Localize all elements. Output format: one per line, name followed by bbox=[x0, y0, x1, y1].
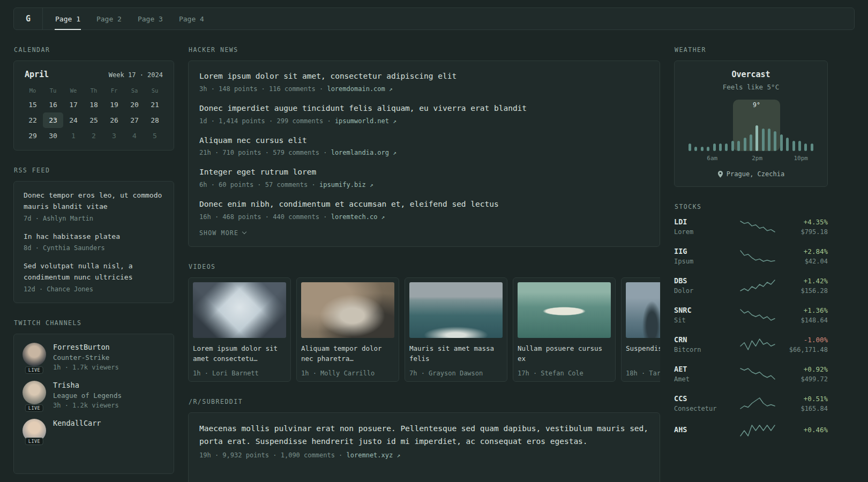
hn-item-domain[interactable]: loremtech.co ↗ bbox=[331, 213, 385, 221]
twitch-channel-name[interactable]: ForrestBurton bbox=[53, 343, 119, 351]
stock-symbol: LDI bbox=[674, 217, 735, 226]
twitch-channel-game: Counter-Strike bbox=[53, 353, 119, 362]
calendar-day: 19 bbox=[104, 97, 124, 112]
hn-item-title[interactable]: Lorem ipsum dolor sit amet, consectetur … bbox=[199, 71, 649, 82]
weather-heading: WEATHER bbox=[675, 46, 828, 54]
hn-item-title[interactable]: Donec enim nibh, condimentum et accumsan… bbox=[199, 199, 649, 210]
hn-item-domain[interactable]: loremdomain.com ↗ bbox=[327, 85, 392, 93]
twitch-avatar-wrap: LIVE bbox=[23, 343, 46, 371]
rss-item: Donec tempor eros leo, ut commodo mauris… bbox=[24, 190, 164, 222]
video-thumbnail[interactable] bbox=[301, 282, 394, 338]
stock-change: +0.51% bbox=[781, 395, 828, 403]
video-thumbnail[interactable] bbox=[518, 282, 611, 338]
hackernews-show-more-button[interactable]: SHOW MORE bbox=[199, 229, 649, 237]
calendar-dow-row: MoTuWeThFrSaSu bbox=[23, 84, 165, 97]
video-thumbnail[interactable] bbox=[409, 282, 503, 338]
external-link-icon: ↗ bbox=[393, 118, 396, 125]
rss-item-title[interactable]: Sed volutpat nulla nisl, a condimentum n… bbox=[24, 261, 164, 283]
live-badge: LIVE bbox=[25, 438, 43, 445]
avatar bbox=[23, 381, 46, 404]
rss-item-meta: 7d · Ashlyn Martin bbox=[24, 215, 164, 222]
weather-bar bbox=[798, 141, 801, 151]
hn-item-domain[interactable]: loremlandia.org ↗ bbox=[331, 149, 396, 156]
hn-item-meta: 6h · 60 points · 57 comments · ipsumify.… bbox=[199, 181, 649, 189]
stock-name: Consectetur bbox=[674, 405, 735, 412]
weather-widget: WEATHER Overcast Feels like 5°C 9° 6am 2… bbox=[674, 46, 828, 187]
calendar-day: 21 bbox=[145, 97, 165, 112]
video-card[interactable]: Aliquam tempor dolor nec pharetra… 1h · … bbox=[296, 277, 399, 382]
rss-item-title[interactable]: Donec tempor eros leo, ut commodo mauris… bbox=[24, 190, 164, 213]
calendar-day: 29 bbox=[23, 128, 43, 144]
hn-item-domain[interactable]: ipsumify.biz ↗ bbox=[319, 181, 373, 189]
calendar-days-grid: 1516171819202122232425262728293012345 bbox=[23, 97, 165, 144]
rss-item-title[interactable]: In hac habitasse platea bbox=[24, 231, 164, 243]
calendar-day: 23 bbox=[43, 112, 63, 128]
hn-item-title[interactable]: Integer eget rutrum lorem bbox=[199, 167, 649, 178]
tab-page-2[interactable]: Page 2 bbox=[88, 8, 130, 29]
weather-hour-label: 10pm bbox=[794, 155, 808, 162]
stock-identity: SNRC Sit bbox=[674, 306, 735, 324]
dashboard-columns: CALENDAR April Week 17 · 2024 MoTuWeThFr… bbox=[0, 30, 868, 482]
weather-location: Prague, Czechia bbox=[680, 170, 822, 178]
video-thumbnail[interactable] bbox=[626, 282, 660, 338]
hn-item-title[interactable]: Donec imperdiet augue tincidunt felis al… bbox=[199, 103, 649, 115]
stock-change: +4.35% bbox=[781, 218, 828, 226]
center-column: HACKER NEWS Lorem ipsum dolor sit amet, … bbox=[188, 46, 660, 482]
right-column: WEATHER Overcast Feels like 5°C 9° 6am 2… bbox=[674, 46, 828, 454]
weather-bar bbox=[725, 144, 728, 151]
calendar-day: 22 bbox=[23, 112, 43, 128]
external-link-icon: ↗ bbox=[396, 452, 400, 459]
video-card[interactable]: Lorem ipsum dolor sit amet consectetu… 1… bbox=[188, 277, 291, 382]
stock-row[interactable]: LDI Lorem +4.35% $795.18 bbox=[674, 217, 828, 236]
twitch-channel-row[interactable]: LIVE Trisha League of Legends 3h · 1.2k … bbox=[23, 381, 165, 409]
stock-row[interactable]: CRN Bitcorn -1.00% $66,171.48 bbox=[674, 335, 828, 353]
twitch-channel-row[interactable]: LIVE KendallCarr bbox=[23, 419, 165, 442]
stock-row[interactable]: CCS Consectetur +0.51% $165.84 bbox=[674, 394, 828, 412]
twitch-channel-name[interactable]: KendallCarr bbox=[53, 419, 101, 427]
topbar: G Page 1 Page 2 Page 3 Page 4 bbox=[13, 7, 855, 30]
hn-domain-text: loremlandia.org bbox=[331, 149, 389, 156]
twitch-channel-meta: 1h · 1.7k viewers bbox=[53, 364, 119, 371]
hn-item-stats: 6h · 60 points · 57 comments · bbox=[199, 181, 316, 189]
hn-item-domain[interactable]: ipsumworld.net ↗ bbox=[335, 117, 396, 125]
stock-symbol: IIG bbox=[674, 247, 735, 255]
stock-identity: LDI Lorem bbox=[674, 217, 735, 236]
twitch-channel-name[interactable]: Trisha bbox=[53, 381, 122, 389]
stock-row[interactable]: IIG Ipsum +2.84% $42.04 bbox=[674, 247, 828, 265]
stock-symbol: AET bbox=[674, 365, 735, 373]
weather-bar bbox=[792, 141, 795, 151]
stock-row[interactable]: AET Amet +0.92% $499.72 bbox=[674, 365, 828, 383]
weather-bar bbox=[719, 144, 722, 151]
video-card[interactable]: Nullam posuere cursus ex 17h · Stefan Co… bbox=[513, 277, 616, 382]
rss-heading: RSS FEED bbox=[14, 167, 174, 174]
stock-row[interactable]: SNRC Sit +1.36% $148.64 bbox=[674, 306, 828, 324]
video-card[interactable]: Suspendisse diam 18h · Tara bbox=[621, 277, 660, 382]
stock-figures: +0.46% bbox=[781, 426, 828, 436]
calendar-day: 27 bbox=[124, 112, 145, 128]
rss-card: Donec tempor eros leo, ut commodo mauris… bbox=[13, 181, 174, 303]
calendar-day: 24 bbox=[63, 112, 84, 128]
reddit-post-title[interactable]: Maecenas mollis pulvinar erat non posuer… bbox=[199, 423, 649, 448]
twitch-channel-row[interactable]: LIVE ForrestBurton Counter-Strike 1h · 1… bbox=[23, 343, 165, 371]
video-card[interactable]: Mauris sit amet massa felis 7h · Grayson… bbox=[405, 277, 507, 382]
reddit-post-domain[interactable]: loremnet.xyz ↗ bbox=[347, 451, 401, 459]
live-badge: LIVE bbox=[25, 404, 43, 412]
calendar-day: 2 bbox=[84, 128, 104, 144]
hn-item-stats: 1d · 1,414 points · 299 comments · bbox=[199, 117, 331, 125]
stock-figures: +2.84% $42.04 bbox=[781, 247, 828, 265]
subreddit-card: Maecenas mollis pulvinar erat non posuer… bbox=[188, 412, 660, 482]
hn-domain-text: ipsumify.biz bbox=[319, 181, 366, 189]
hn-item-title[interactable]: Aliquam nec cursus elit bbox=[199, 135, 649, 147]
stock-row[interactable]: DBS Dolor +1.42% $156.28 bbox=[674, 276, 828, 295]
calendar-dow: Tu bbox=[43, 84, 63, 97]
stock-price: $165.84 bbox=[781, 405, 828, 412]
hackernews-widget: HACKER NEWS Lorem ipsum dolor sit amet, … bbox=[188, 46, 660, 247]
video-thumbnail[interactable] bbox=[193, 282, 286, 338]
tab-page-4[interactable]: Page 4 bbox=[171, 8, 212, 29]
tab-page-1[interactable]: Page 1 bbox=[47, 8, 88, 29]
hn-item-meta: 1d · 1,414 points · 299 comments · ipsum… bbox=[199, 117, 649, 125]
tab-page-3[interactable]: Page 3 bbox=[130, 8, 171, 29]
video-meta: 7h · Grayson Dawson bbox=[409, 370, 503, 377]
stock-row[interactable]: AHS +0.46% bbox=[674, 424, 828, 438]
app-logo[interactable]: G bbox=[14, 8, 43, 29]
